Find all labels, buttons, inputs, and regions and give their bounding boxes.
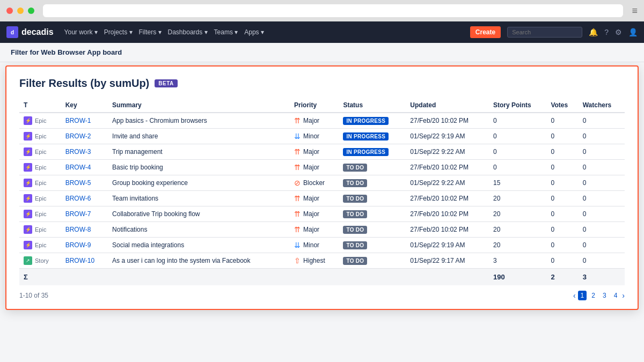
priority-icon: ⇈: [294, 225, 301, 234]
cell-priority: ⇈ Major: [290, 206, 339, 222]
cell-summary: Basic trip booking: [108, 160, 290, 175]
cell-type: ⚡ Epic: [19, 175, 61, 191]
cell-key[interactable]: BROW-4: [61, 160, 108, 175]
issue-key-link[interactable]: BROW-6: [65, 195, 91, 202]
type-label: Epic: [35, 226, 46, 233]
create-button[interactable]: Create: [470, 26, 501, 38]
nav-your-work[interactable]: Your work ▾: [64, 28, 98, 36]
prev-page-arrow[interactable]: ‹: [573, 291, 576, 300]
help-icon[interactable]: ?: [604, 28, 609, 36]
cell-key[interactable]: BROW-8: [61, 222, 108, 238]
nav-dashboards[interactable]: Dashboards ▾: [168, 28, 208, 36]
nav-apps[interactable]: Apps ▾: [244, 28, 264, 36]
priority-icon: ⇈: [294, 116, 301, 125]
cell-story-points: 3: [489, 253, 546, 269]
issue-key-link[interactable]: BROW-3: [65, 148, 91, 156]
priority-icon: ⇧: [294, 256, 301, 265]
table-row: ↗ Story BROW-10 As a user i can log into…: [19, 253, 625, 269]
cell-type: ⚡ Epic: [19, 113, 61, 129]
cell-type: ↗ Story: [19, 253, 61, 269]
col-watchers: Watchers: [579, 98, 625, 113]
cell-updated: 27/Feb/20 10:02 PM: [406, 160, 489, 175]
page-link-3[interactable]: 3: [600, 291, 609, 300]
page-link-1[interactable]: 1: [578, 291, 587, 300]
footer-total-story-points: 190: [489, 269, 546, 286]
cell-priority: ⇈ Major: [290, 113, 339, 129]
cell-key[interactable]: BROW-5: [61, 175, 108, 191]
cell-key[interactable]: BROW-1: [61, 113, 108, 129]
browser-dot-yellow[interactable]: [17, 8, 24, 14]
url-bar[interactable]: [43, 4, 623, 17]
cell-summary: Notifications: [108, 222, 290, 238]
issue-key-link[interactable]: BROW-7: [65, 210, 91, 218]
issue-key-link[interactable]: BROW-10: [65, 257, 94, 264]
footer-total-votes: 2: [546, 269, 578, 286]
cell-status: TO DO: [339, 206, 406, 222]
table-row: ⚡ Epic BROW-1 App basics - Chromium brow…: [19, 113, 625, 129]
logo-icon: d: [6, 26, 18, 38]
browser-dot-red[interactable]: [6, 8, 13, 14]
cell-status: TO DO: [339, 253, 406, 269]
col-story-points: Story Points: [489, 98, 546, 113]
type-icon-story: ↗: [24, 256, 32, 265]
cell-key[interactable]: BROW-9: [61, 238, 108, 253]
issue-key-link[interactable]: BROW-2: [65, 132, 91, 140]
type-label: Epic: [35, 133, 46, 139]
type-label: Epic: [35, 211, 46, 217]
settings-icon[interactable]: ⚙: [615, 28, 622, 36]
type-icon-epic: ⚡: [24, 225, 32, 234]
nav-teams[interactable]: Teams ▾: [214, 28, 238, 36]
col-status: Status: [339, 98, 406, 113]
table-row: ⚡ Epic BROW-3 Trip management ⇈ Major IN…: [19, 144, 625, 160]
cell-votes: 0: [546, 238, 578, 253]
cell-type: ⚡ Epic: [19, 238, 61, 253]
priority-label: Blocker: [303, 179, 325, 187]
nav-filters[interactable]: Filters ▾: [139, 28, 162, 36]
cell-votes: 0: [546, 253, 578, 269]
issue-key-link[interactable]: BROW-4: [65, 164, 91, 171]
browser-menu-icon[interactable]: ≡: [632, 5, 638, 17]
search-input[interactable]: [507, 27, 582, 38]
issue-key-link[interactable]: BROW-5: [65, 179, 91, 187]
nav-projects[interactable]: Projects ▾: [104, 28, 133, 36]
table-footer: Σ 190 2 3: [19, 269, 625, 286]
priority-icon: ⇈: [294, 147, 301, 156]
cell-key[interactable]: BROW-10: [61, 253, 108, 269]
cell-status: TO DO: [339, 238, 406, 253]
beta-badge: BETA: [155, 79, 177, 87]
priority-icon: ⇊: [294, 132, 301, 141]
table-header: T Key Summary Priority Status Updated St…: [19, 98, 625, 113]
cell-status: TO DO: [339, 191, 406, 206]
type-label: Epic: [35, 242, 46, 248]
status-badge: TO DO: [343, 195, 367, 203]
footer-total-watchers: 3: [579, 269, 625, 286]
priority-label: Major: [303, 210, 319, 218]
cell-key[interactable]: BROW-2: [61, 129, 108, 144]
issue-key-link[interactable]: BROW-8: [65, 226, 91, 233]
page-link-4[interactable]: 4: [611, 291, 620, 300]
avatar-icon[interactable]: 👤: [628, 28, 638, 36]
issue-key-link[interactable]: BROW-1: [65, 117, 91, 124]
cell-updated: 01/Sep/22 9:22 AM: [406, 175, 489, 191]
page-links[interactable]: ‹ 1 2 3 4 ›: [573, 291, 625, 300]
notifications-icon[interactable]: 🔔: [589, 28, 598, 36]
cell-votes: 0: [546, 113, 578, 129]
page-link-2[interactable]: 2: [589, 291, 598, 300]
next-page-arrow[interactable]: ›: [622, 291, 625, 300]
cell-story-points: 20: [489, 191, 546, 206]
browser-dot-green[interactable]: [28, 8, 34, 14]
cell-key[interactable]: BROW-7: [61, 206, 108, 222]
issue-key-link[interactable]: BROW-9: [65, 241, 91, 249]
cell-priority: ⇈ Major: [290, 160, 339, 175]
cell-type: ⚡ Epic: [19, 129, 61, 144]
status-badge: TO DO: [343, 210, 367, 218]
cell-watchers: 0: [579, 253, 625, 269]
table-row: ⚡ Epic BROW-8 Notifications ⇈ Major TO D…: [19, 222, 625, 238]
status-badge: TO DO: [343, 164, 367, 172]
cell-updated: 01/Sep/22 9:17 AM: [406, 253, 489, 269]
cell-key[interactable]: BROW-3: [61, 144, 108, 160]
type-icon-epic: ⚡: [24, 116, 32, 125]
cell-key[interactable]: BROW-6: [61, 191, 108, 206]
cell-watchers: 0: [579, 144, 625, 160]
cell-status: TO DO: [339, 160, 406, 175]
